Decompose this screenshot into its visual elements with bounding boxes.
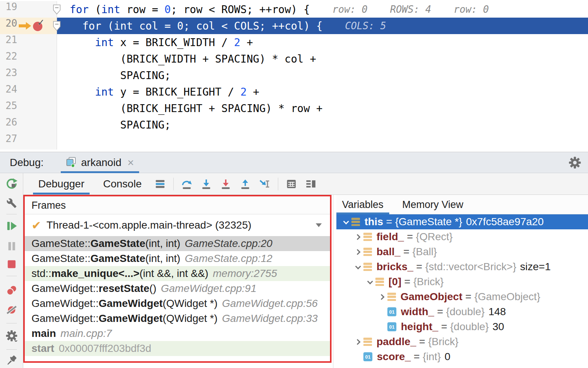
variable-row-score_[interactable]: 01score_ = {int}0	[336, 349, 588, 364]
variable-row-0[interactable]: [0] = {Brick}	[336, 274, 588, 289]
panel-splitter[interactable]	[333, 195, 333, 368]
variable-row-paddle_[interactable]: paddle_ = {Brick}	[336, 334, 588, 349]
breakpoint-icon[interactable]: ✓	[33, 21, 43, 31]
code-fold-icon[interactable]	[53, 21, 61, 33]
code-text[interactable]: int x = BRICK_WIDTH / 2 +	[57, 34, 588, 51]
force-step-into-icon[interactable]	[219, 178, 232, 190]
editor-gutter[interactable]: 23	[0, 67, 57, 84]
stack-frame-row[interactable]: GameWidget::GameWidget(QWidget *)GameWid…	[25, 296, 330, 311]
step-icon-group	[147, 178, 317, 190]
layout-settings-icon[interactable]	[304, 178, 317, 190]
evaluate-expression-icon[interactable]	[285, 178, 298, 190]
chevron-down-icon[interactable]	[351, 265, 363, 269]
show-current-frame-icon[interactable]	[154, 178, 166, 190]
code-text[interactable]: SPACING;	[57, 67, 588, 84]
variable-row-this[interactable]: this = {GameState *}0x7fc58ae97a20	[336, 214, 588, 229]
step-over-icon[interactable]	[180, 178, 193, 190]
editor-gutter[interactable]: 21	[0, 34, 57, 51]
tab-variables[interactable]: Variables	[336, 195, 389, 214]
stack-frame-row[interactable]: std::make_unique<...>(int &&, int &&)mem…	[25, 266, 330, 281]
variable-row-bricks_[interactable]: bricks_ = {std::vector<Brick>}size=1	[336, 259, 588, 274]
line-number: 20	[0, 18, 17, 34]
thread-selector[interactable]: ✔ Thread-1-<com.apple.main-thread> (3232…	[25, 214, 330, 236]
toolbar-separator	[6, 214, 17, 214]
toolbar-separator	[278, 178, 278, 190]
code-text[interactable]: SPACING;	[57, 117, 588, 133]
execution-pointer-icon	[19, 22, 32, 31]
stack-frame-row[interactable]: GameWidget::GameWidget(QWidget *)GameWid…	[25, 311, 330, 326]
debug-toolwindow-label: Debug:	[10, 157, 44, 169]
variable-row-GameObject[interactable]: GameObject = {GameObject}	[336, 289, 588, 304]
inline-debug-hint: ROWS: 4	[390, 4, 431, 15]
frame-location: GameWidget.cpp:91	[161, 283, 256, 295]
variable-row-ball_[interactable]: ball_ = {Ball}	[336, 244, 588, 259]
code-text[interactable]: int y = BRICK_HEIGHT / 2 +	[57, 84, 588, 100]
stack-frame-row[interactable]: GameWidget::resetState()GameWidget.cpp:9…	[25, 281, 330, 296]
breakpoint-verified-check-icon: ✓	[37, 17, 45, 28]
close-tab-icon[interactable]: ×	[128, 156, 134, 169]
code-text[interactable]	[57, 133, 588, 150]
chevron-right-icon[interactable]	[351, 235, 363, 239]
chevron-down-icon[interactable]	[363, 280, 375, 284]
code-text[interactable]: (BRICK_WIDTH + SPACING) * col +	[57, 51, 588, 67]
settings-icon[interactable]	[6, 330, 18, 343]
object-variable-icon	[351, 218, 360, 226]
chevron-down-icon[interactable]	[339, 220, 351, 224]
tab-console[interactable]: Console	[98, 173, 147, 194]
view-breakpoints-icon[interactable]	[6, 285, 17, 298]
active-tab-indicator	[61, 171, 139, 173]
step-out-icon[interactable]	[239, 178, 252, 190]
code-fold-icon[interactable]	[53, 4, 61, 16]
run-to-cursor-icon[interactable]	[258, 178, 271, 190]
chevron-right-icon[interactable]	[351, 250, 363, 254]
variable-row-field_[interactable]: field_ = {QRect}	[336, 229, 588, 244]
chevron-down-icon[interactable]	[316, 223, 322, 227]
resume-icon[interactable]	[6, 220, 17, 233]
editor-gutter[interactable]: 19	[0, 1, 57, 18]
frame-location: GameWidget.cpp:33	[222, 313, 318, 325]
tab-debugger[interactable]: Debugger	[33, 173, 90, 194]
stack-frame-row[interactable]: mainmain.cpp:7	[25, 326, 330, 341]
object-variable-icon	[363, 248, 372, 256]
line-number: 24	[0, 84, 17, 100]
code-text[interactable]: for (int col = 0; col < COLS; ++col) {CO…	[57, 18, 588, 34]
step-into-icon[interactable]	[200, 178, 213, 190]
stop-icon[interactable]	[6, 259, 17, 271]
code-line-25: 25 (BRICK_HEIGHT + SPACING) * row +	[0, 100, 588, 117]
debug-main-area: Debugger Console Frames ✔ Thread-1-<com.…	[0, 173, 588, 368]
line-number: 25	[0, 100, 17, 117]
line-number: 19	[0, 1, 17, 18]
editor-gutter[interactable]: 27	[0, 133, 57, 150]
chevron-right-icon[interactable]	[351, 340, 363, 344]
code-text[interactable]: for (int row = 0; row < ROWS; ++row) {ro…	[57, 1, 588, 18]
code-text[interactable]: (BRICK_HEIGHT + SPACING) * row +	[57, 100, 588, 117]
chevron-right-icon[interactable]	[375, 295, 387, 299]
editor-gutter[interactable]: 20✓	[0, 18, 57, 34]
line-number: 27	[0, 133, 17, 150]
editor-gutter[interactable]: 22	[0, 51, 57, 67]
code-line-22: 22 (BRICK_WIDTH + SPACING) * col +	[0, 51, 588, 67]
editor-gutter[interactable]: 26	[0, 117, 57, 133]
pin-icon[interactable]	[6, 355, 17, 367]
debug-session-tab-arkanoid[interactable]: arkanoid ×	[61, 152, 139, 173]
code-editor[interactable]: 19 for (int row = 0; row < ROWS; ++row) …	[0, 0, 588, 152]
pause-icon[interactable]	[6, 241, 17, 253]
toolbar-separator	[6, 323, 17, 323]
stack-frame-row[interactable]: GameState::GameState(int, int)GameState.…	[25, 251, 330, 266]
rerun-icon[interactable]	[6, 178, 18, 191]
active-tab-indicator	[336, 212, 389, 214]
code-line-27: 27	[0, 133, 588, 150]
wrench-icon[interactable]	[6, 198, 17, 210]
editor-gutter[interactable]: 24	[0, 84, 57, 100]
settings-gear-icon[interactable]	[568, 156, 581, 171]
annotation-rectangle-frames-panel: Frames ✔ Thread-1-<com.apple.main-thread…	[23, 195, 332, 363]
stack-frame-row[interactable]: GameState::GameState(int, int)GameState.…	[25, 236, 330, 251]
mute-breakpoints-icon[interactable]	[6, 304, 17, 317]
code-line-23: 23 SPACING;	[0, 67, 588, 84]
variable-row-height_[interactable]: 01height_ = {double}30	[336, 319, 588, 334]
run-configuration-icon	[66, 157, 76, 169]
editor-gutter[interactable]: 25	[0, 100, 57, 117]
variable-row-width_[interactable]: 01width_ = {double}148	[336, 304, 588, 319]
stack-frame-row[interactable]: start0x00007fff203bdf3d	[25, 341, 330, 356]
tab-memory-view[interactable]: Memory View	[397, 195, 469, 214]
